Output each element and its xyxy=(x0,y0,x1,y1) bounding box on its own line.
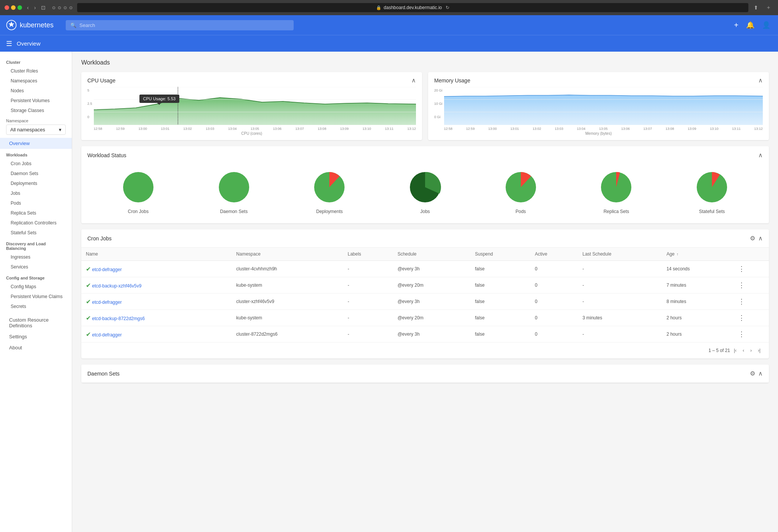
cron-jobs-collapse-icon[interactable]: ∧ xyxy=(758,235,763,242)
deployments-pie-item: Deployments xyxy=(312,170,346,214)
sidebar-item-persistent-volumes[interactable]: Persistent Volumes xyxy=(0,96,72,106)
cpu-time-6: 13:04 xyxy=(228,127,237,131)
hamburger-icon[interactable]: ☰ xyxy=(6,39,12,48)
sidebar-item-nodes[interactable]: Nodes xyxy=(0,86,72,96)
cron-jobs-pagination: 1 – 5 of 21 |‹ ‹ › ›| xyxy=(81,343,769,358)
cpu-chart-svg xyxy=(94,87,416,125)
cpu-time-8: 13:06 xyxy=(273,127,281,131)
sidebar-item-namespaces[interactable]: Namespaces xyxy=(0,76,72,86)
row5-labels: - xyxy=(343,326,393,343)
namespace-dropdown[interactable]: All namespaces ▾ xyxy=(6,125,66,135)
sidebar-item-cluster-roles[interactable]: Cluster Roles xyxy=(0,66,72,76)
daemon-sets-table-title: Daemon Sets xyxy=(87,371,120,377)
row1-more[interactable]: ⋮ xyxy=(734,261,769,277)
new-tab-button[interactable]: ＋ xyxy=(764,3,773,12)
filter-icon[interactable]: ⚙ xyxy=(750,235,755,242)
row5-schedule: @every 3h xyxy=(393,326,470,343)
sidebar-item-stateful-sets[interactable]: Stateful Sets xyxy=(0,228,72,238)
sidebar-item-replica-sets[interactable]: Replica Sets xyxy=(0,208,72,218)
row5-name[interactable]: etcd-defragger xyxy=(92,332,122,338)
browser-ext-icons: ⊙ ⊙ ⊙ ⊙ xyxy=(52,5,73,10)
sidebar-item-services[interactable]: Services xyxy=(0,262,72,272)
prev-page-button[interactable]: ‹ xyxy=(740,346,746,355)
user-button[interactable]: 👤 xyxy=(761,19,772,31)
notification-button[interactable]: 🔔 xyxy=(745,19,756,31)
row4-name[interactable]: etcd-backup-8722d2mgs6 xyxy=(92,316,145,321)
dot-red[interactable] xyxy=(5,5,9,10)
dot-yellow[interactable] xyxy=(11,5,16,10)
next-page-button[interactable]: › xyxy=(748,346,754,355)
sub-header: ☰ Overview xyxy=(0,35,778,52)
memory-chart-card: Memory Usage ∧ 20 Gi 10 Gi 0 Gi xyxy=(428,72,769,140)
cpu-y-axis-label: CPU (cores) xyxy=(241,131,262,136)
sidebar-item-secrets[interactable]: Secrets xyxy=(0,302,72,311)
cpu-chart-body: 5 2.5 0 CPU Usage: 5.53 xyxy=(81,87,422,140)
url-text: dashboard.dev.kubermatic.io xyxy=(384,5,442,10)
row1-name[interactable]: etcd-defragger xyxy=(92,267,122,272)
tab-button[interactable]: ⊡ xyxy=(39,4,47,11)
sidebar-item-deployments[interactable]: Deployments xyxy=(0,178,72,188)
daemon-sets-pie-label: Daemon Sets xyxy=(220,209,248,214)
sidebar-item-storage-classes[interactable]: Storage Classes xyxy=(0,106,72,115)
cron-jobs-table-card: Cron Jobs ⚙ ∧ Name Namespace Labels Sche… xyxy=(81,229,769,358)
cpu-time-7: 13:05 xyxy=(250,127,259,131)
chevron-down-icon: ▾ xyxy=(59,127,62,133)
dot-green[interactable] xyxy=(17,5,22,10)
first-page-button[interactable]: |‹ xyxy=(732,346,739,355)
sidebar-item-crd[interactable]: Custom Resource Definitions xyxy=(0,314,72,331)
cluster-section-title: Cluster xyxy=(0,56,72,66)
sidebar-item-overview[interactable]: Overview xyxy=(0,138,72,149)
table-row: ✔ etcd-backup-8722d2mgs6 kube-system - @… xyxy=(81,310,769,326)
daemon-collapse-icon[interactable]: ∧ xyxy=(758,370,763,377)
row3-schedule: @every 3h xyxy=(393,294,470,310)
url-bar[interactable]: 🔒 dashboard.dev.kubermatic.io ↻ xyxy=(77,3,748,12)
sidebar-item-daemon-sets[interactable]: Daemon Sets xyxy=(0,169,72,178)
sidebar-item-replication-controllers[interactable]: Replication Controllers xyxy=(0,218,72,228)
forward-button[interactable]: › xyxy=(32,4,38,11)
table-row: ✔ etcd-defragger cluster-4cvhhmzh9h - @e… xyxy=(81,261,769,277)
sidebar-item-cron-jobs[interactable]: Cron Jobs xyxy=(0,159,72,169)
memory-collapse-icon[interactable]: ∧ xyxy=(758,77,763,84)
row3-more[interactable]: ⋮ xyxy=(734,294,769,310)
status-icon: ✔ xyxy=(86,331,91,338)
sidebar-item-about[interactable]: About xyxy=(0,342,72,353)
cpu-time-2: 13:00 xyxy=(138,127,147,131)
col-actions xyxy=(734,248,769,261)
last-page-button[interactable]: ›| xyxy=(756,346,763,355)
refresh-icon[interactable]: ↻ xyxy=(446,5,449,10)
daemon-filter-icon[interactable]: ⚙ xyxy=(750,370,755,377)
cpu-collapse-icon[interactable]: ∧ xyxy=(411,77,416,84)
row4-suspend: false xyxy=(470,310,530,326)
row4-more[interactable]: ⋮ xyxy=(734,310,769,326)
status-icon: ✔ xyxy=(86,282,91,289)
row2-more[interactable]: ⋮ xyxy=(734,277,769,294)
col-age[interactable]: Age ↑ xyxy=(662,248,734,261)
sidebar-item-config-maps[interactable]: Config Maps xyxy=(0,282,72,292)
workloads-section-title: Workloads xyxy=(0,149,72,159)
sidebar-item-ingresses[interactable]: Ingresses xyxy=(0,252,72,262)
sidebar-item-jobs[interactable]: Jobs xyxy=(0,188,72,198)
row4-status: ✔ etcd-backup-8722d2mgs6 xyxy=(81,310,232,326)
row3-status: ✔ etcd-defragger xyxy=(81,294,232,310)
col-namespace: Namespace xyxy=(232,248,343,261)
row1-suspend: false xyxy=(470,261,530,277)
workload-status-title: Workload Status xyxy=(87,152,126,158)
sidebar-item-pods[interactable]: Pods xyxy=(0,198,72,208)
row3-name[interactable]: etcd-defragger xyxy=(92,300,122,305)
row5-more[interactable]: ⋮ xyxy=(734,326,769,343)
sidebar-item-pvc[interactable]: Persistent Volume Claims xyxy=(0,292,72,302)
row2-labels: - xyxy=(343,277,393,294)
add-button[interactable]: + xyxy=(732,19,740,31)
share-button[interactable]: ⬆ xyxy=(751,3,761,12)
namespace-label: Namespace xyxy=(6,118,66,123)
search-input[interactable] xyxy=(79,22,289,28)
row2-name[interactable]: etcd-backup-xzhf46v5v9 xyxy=(92,283,141,289)
sidebar-item-settings[interactable]: Settings xyxy=(0,331,72,342)
row3-active: 0 xyxy=(530,294,578,310)
svg-point-12 xyxy=(219,172,249,202)
cpu-time-10: 13:08 xyxy=(318,127,326,131)
workload-status-collapse-icon[interactable]: ∧ xyxy=(758,152,763,159)
back-button[interactable]: ‹ xyxy=(25,4,31,11)
status-icon: ✔ xyxy=(86,266,91,272)
cpu-time-11: 13:09 xyxy=(340,127,349,131)
